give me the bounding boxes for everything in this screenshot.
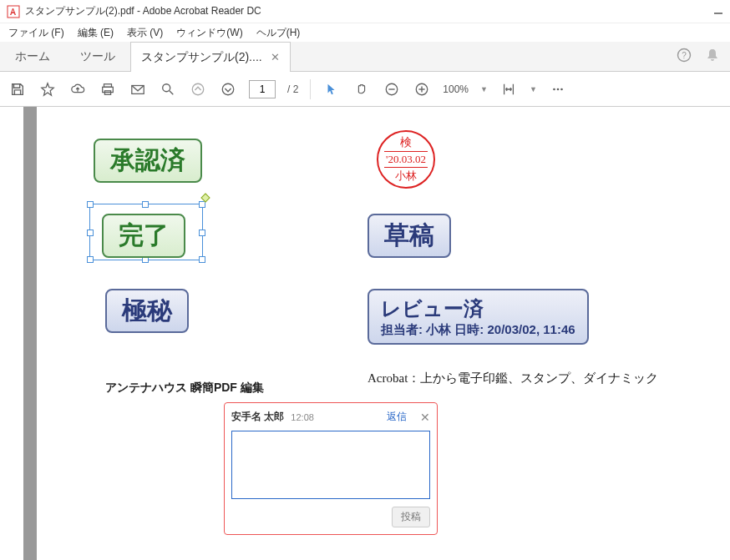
bell-icon[interactable] <box>705 48 720 65</box>
zoom-in-icon[interactable] <box>413 80 431 98</box>
pdf-page[interactable]: 承認済 完了 極秘 検 '20.03.02 小林 草稿 レビュー済 担当者: 小… <box>37 107 730 560</box>
zoom-out-icon[interactable] <box>383 80 401 98</box>
menu-help[interactable]: ヘルプ(H) <box>251 24 306 42</box>
pointer-icon[interactable] <box>322 80 341 98</box>
more-icon[interactable] <box>549 80 567 98</box>
selection-handle-w[interactable] <box>87 230 94 236</box>
stamp-reviewed-title: レビュー済 <box>381 295 575 322</box>
hanko-date: '20.03.02 <box>384 151 428 168</box>
stamp-reviewed[interactable]: レビュー済 担当者: 小林 日時: 20/03/02, 11:46 <box>368 289 589 345</box>
stamp-hanko[interactable]: 検 '20.03.02 小林 <box>377 130 435 189</box>
stamp-reviewed-detail: 担当者: 小林 日時: 20/03/02, 11:46 <box>381 322 575 338</box>
svg-point-19 <box>560 88 563 90</box>
comment-header: 安手名 太郎 12:08 返信 ✕ <box>231 410 430 424</box>
stamp-secret[interactable]: 極秘 <box>105 289 189 333</box>
tab-document-label: スタンプサンプル(2).... <box>141 50 262 65</box>
stamp-done[interactable]: 完了 <box>102 214 185 258</box>
page-number-input[interactable] <box>249 80 276 98</box>
cloud-upload-icon[interactable] <box>68 80 87 98</box>
hand-icon[interactable] <box>352 80 371 98</box>
comment-author: 安手名 太郎 <box>231 410 284 424</box>
comment-reply-link[interactable]: 返信 <box>387 410 407 424</box>
fit-dropdown-icon[interactable]: ▼ <box>530 85 537 93</box>
comment-time: 12:08 <box>291 412 314 422</box>
caption-right: Acrobat：上から電子印鑑、スタンプ、ダイナミック <box>368 371 658 386</box>
hanko-name: 小林 <box>395 169 417 184</box>
tab-home[interactable]: ホーム <box>0 42 65 71</box>
page-down-icon[interactable] <box>219 80 237 98</box>
tab-document[interactable]: スタンプサンプル(2).... ✕ <box>130 42 291 72</box>
menu-window[interactable]: ウィンドウ(W) <box>171 24 247 42</box>
toolbar-separator <box>310 79 311 99</box>
svg-text:?: ? <box>682 51 687 60</box>
selection-handle-e[interactable] <box>199 230 205 236</box>
tabbar: ホーム ツール スタンプサンプル(2).... ✕ ? <box>0 42 730 72</box>
fit-width-icon[interactable] <box>499 80 518 98</box>
close-tab-icon[interactable]: ✕ <box>271 51 280 63</box>
stamp-approved[interactable]: 承認済 <box>94 139 202 183</box>
svg-point-8 <box>163 83 170 91</box>
mail-icon[interactable] <box>129 80 147 98</box>
help-icon[interactable]: ? <box>677 48 692 65</box>
comment-close-icon[interactable]: ✕ <box>420 411 430 424</box>
selection-handle-sw[interactable] <box>87 256 94 263</box>
svg-point-18 <box>557 88 560 90</box>
svg-rect-0 <box>8 6 19 18</box>
menu-view[interactable]: 表示 (V) <box>122 24 168 42</box>
window-title: スタンプサンプル(2).pdf - Adobe Acrobat Reader D… <box>25 4 261 18</box>
menubar: ファイル (F) 編集 (E) 表示 (V) ウィンドウ(W) ヘルプ(H) <box>0 23 730 42</box>
save-icon[interactable] <box>8 80 27 98</box>
comment-input[interactable] <box>231 431 430 499</box>
svg-point-11 <box>222 83 234 95</box>
svg-point-10 <box>192 83 204 95</box>
page-up-icon[interactable] <box>189 80 207 98</box>
page-total: / 2 <box>287 83 298 95</box>
stamp-draft[interactable]: 草稿 <box>368 214 451 258</box>
comment-popup[interactable]: 安手名 太郎 12:08 返信 ✕ 投稿 <box>224 402 438 535</box>
app-icon <box>7 5 20 18</box>
window-controls <box>713 5 723 18</box>
menu-edit[interactable]: 編集 (E) <box>73 24 119 42</box>
svg-rect-5 <box>103 87 114 92</box>
tab-tools[interactable]: ツール <box>65 42 130 71</box>
hanko-top: 検 <box>400 135 412 150</box>
svg-line-9 <box>170 90 174 94</box>
menu-file[interactable]: ファイル (F) <box>3 24 69 42</box>
search-icon[interactable] <box>159 80 177 98</box>
caption-left: アンテナハウス 瞬簡PDF 編集 <box>105 381 264 396</box>
zoom-dropdown-icon[interactable]: ▼ <box>480 85 488 93</box>
workspace: 承認済 完了 極秘 検 '20.03.02 小林 草稿 レビュー済 担当者: 小… <box>0 107 730 560</box>
svg-point-17 <box>553 88 555 90</box>
minimize-button[interactable] <box>713 5 723 18</box>
comment-post-button[interactable]: 投稿 <box>392 507 430 527</box>
selection-handle-nw[interactable] <box>87 201 94 208</box>
titlebar: スタンプサンプル(2).pdf - Adobe Acrobat Reader D… <box>0 0 730 23</box>
toolbar: / 2 100% ▼ ▼ <box>0 72 730 107</box>
selection-handle-n[interactable] <box>142 201 149 208</box>
star-icon[interactable] <box>38 80 57 98</box>
zoom-level: 100% <box>443 83 469 95</box>
selection-handle-se[interactable] <box>199 256 205 263</box>
print-icon[interactable] <box>99 80 117 98</box>
